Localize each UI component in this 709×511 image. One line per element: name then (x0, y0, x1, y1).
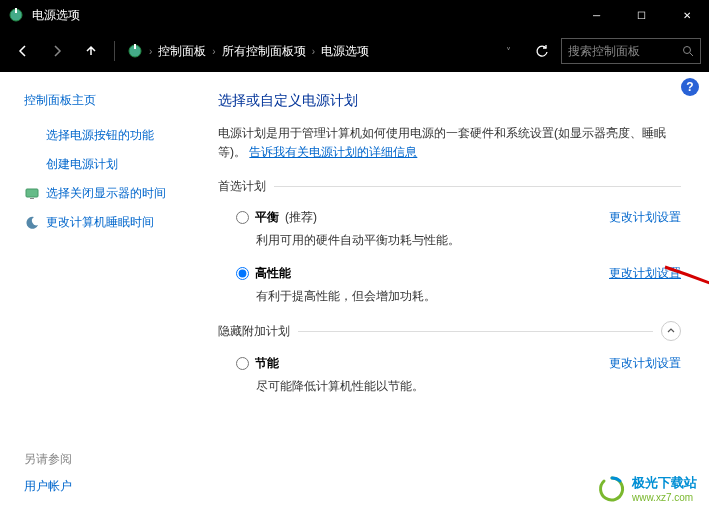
breadcrumb[interactable]: › 控制面板 › 所有控制面板项 › 电源选项 (123, 37, 489, 65)
search-input[interactable]: 搜索控制面板 (561, 38, 701, 64)
control-panel-home-link[interactable]: 控制面板主页 (24, 92, 188, 109)
sidebar-link-power-button[interactable]: 选择电源按钮的功能 (24, 127, 188, 144)
sidebar-link-label: 更改计算机睡眠时间 (46, 214, 154, 231)
breadcrumb-item[interactable]: 控制面板 (158, 43, 206, 60)
window-titlebar: 电源选项 ─ ☐ ✕ (0, 0, 709, 30)
plan-radio-label[interactable]: 高性能 (236, 265, 609, 282)
sidebar-link-create-plan[interactable]: 创建电源计划 (24, 156, 188, 173)
svg-rect-7 (30, 198, 34, 199)
plan-name: 高性能 (255, 265, 291, 282)
window-title: 电源选项 (32, 7, 574, 24)
plan-suffix: (推荐) (285, 209, 317, 226)
chevron-right-icon: › (212, 46, 215, 57)
spacer-icon (24, 157, 40, 173)
divider (274, 186, 681, 187)
moon-icon (24, 215, 40, 231)
breadcrumb-dropdown[interactable]: ˅ (493, 46, 523, 57)
help-icon[interactable]: ? (681, 78, 699, 96)
svg-point-4 (684, 47, 691, 54)
plan-description: 利用可用的硬件自动平衡功耗与性能。 (256, 232, 609, 249)
change-plan-settings-link[interactable]: 更改计划设置 (609, 355, 681, 372)
back-button[interactable] (8, 36, 38, 66)
power-plan: 节能尽可能降低计算机性能以节能。更改计划设置 (236, 355, 681, 395)
sidebar-link-label: 选择电源按钮的功能 (46, 127, 154, 144)
plan-description: 尽可能降低计算机性能以节能。 (256, 378, 609, 395)
change-plan-settings-link[interactable]: 更改计划设置 (609, 209, 681, 226)
sidebar-link-label: 选择关闭显示器的时间 (46, 185, 166, 202)
group-label: 首选计划 (218, 178, 266, 195)
maximize-button[interactable]: ☐ (619, 0, 664, 30)
refresh-button[interactable] (527, 36, 557, 66)
forward-button[interactable] (42, 36, 72, 66)
navigation-bar: › 控制面板 › 所有控制面板项 › 电源选项 ˅ 搜索控制面板 (0, 30, 709, 72)
chevron-right-icon: › (149, 46, 152, 57)
power-icon (127, 43, 143, 59)
chevron-right-icon: › (312, 46, 315, 57)
plan-name: 平衡 (255, 209, 279, 226)
user-accounts-link[interactable]: 用户帐户 (24, 478, 72, 495)
up-button[interactable] (76, 36, 106, 66)
plan-radio-label[interactable]: 平衡(推荐) (236, 209, 609, 226)
content-area: 控制面板主页 选择电源按钮的功能 创建电源计划 选择关闭显示器的时间 更改计算机… (0, 72, 709, 511)
see-also-label: 另请参阅 (24, 451, 72, 468)
more-info-link[interactable]: 告诉我有关电源计划的详细信息 (249, 145, 417, 159)
svg-line-5 (690, 53, 693, 56)
sidebar-footer: 另请参阅 用户帐户 (24, 451, 72, 495)
separator (114, 41, 115, 61)
plan-description: 有利于提高性能，但会增加功耗。 (256, 288, 609, 305)
sidebar-link-sleep[interactable]: 更改计算机睡眠时间 (24, 214, 188, 231)
sidebar: 控制面板主页 选择电源按钮的功能 创建电源计划 选择关闭显示器的时间 更改计算机… (0, 72, 200, 511)
monitor-icon (24, 186, 40, 202)
preferred-plans-group: 首选计划 (218, 178, 681, 197)
divider (298, 331, 653, 332)
power-plan: 平衡(推荐)利用可用的硬件自动平衡功耗与性能。更改计划设置 (236, 209, 681, 249)
svg-rect-1 (15, 8, 17, 13)
hidden-plans-group: 隐藏附加计划 (218, 321, 681, 343)
svg-rect-6 (26, 189, 38, 197)
main-panel: ? 选择或自定义电源计划 电源计划是用于管理计算机如何使用电源的一套硬件和系统设… (200, 72, 709, 511)
page-description: 电源计划是用于管理计算机如何使用电源的一套硬件和系统设置(如显示器亮度、睡眠等)… (218, 124, 681, 162)
app-icon (8, 7, 24, 23)
plan-radio[interactable] (236, 211, 249, 224)
minimize-button[interactable]: ─ (574, 0, 619, 30)
group-label: 隐藏附加计划 (218, 323, 290, 340)
change-plan-settings-link[interactable]: 更改计划设置 (609, 265, 681, 282)
power-plan: 高性能有利于提高性能，但会增加功耗。更改计划设置 (236, 265, 681, 305)
spacer-icon (24, 128, 40, 144)
breadcrumb-item[interactable]: 所有控制面板项 (222, 43, 306, 60)
close-button[interactable]: ✕ (664, 0, 709, 30)
search-icon (682, 45, 694, 57)
svg-rect-3 (134, 44, 136, 49)
collapse-button[interactable] (661, 321, 681, 341)
sidebar-link-display-off[interactable]: 选择关闭显示器的时间 (24, 185, 188, 202)
search-placeholder: 搜索控制面板 (568, 43, 640, 60)
plan-name: 节能 (255, 355, 279, 372)
plan-radio[interactable] (236, 267, 249, 280)
plan-radio-label[interactable]: 节能 (236, 355, 609, 372)
plan-radio[interactable] (236, 357, 249, 370)
page-heading: 选择或自定义电源计划 (218, 92, 681, 110)
sidebar-link-label: 创建电源计划 (46, 156, 118, 173)
breadcrumb-item[interactable]: 电源选项 (321, 43, 369, 60)
